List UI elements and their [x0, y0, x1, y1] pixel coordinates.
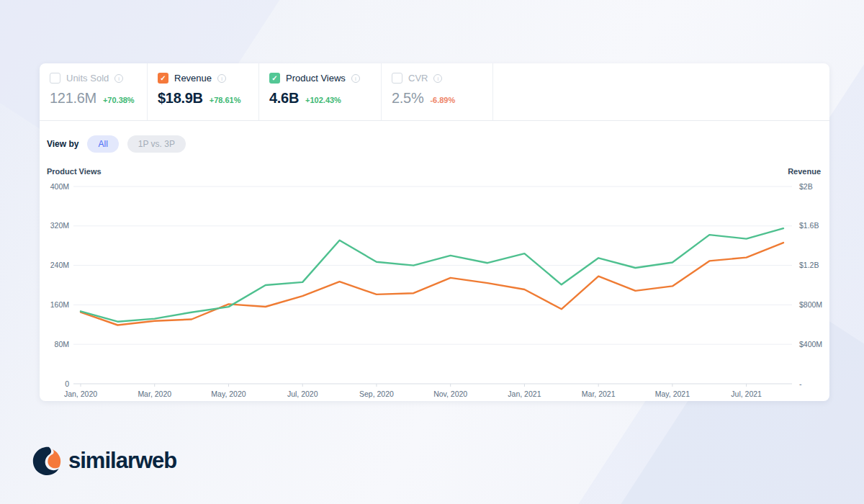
- view-by-control: View by All 1P vs. 3P: [47, 135, 186, 153]
- metric-label: Product Views: [286, 73, 346, 84]
- product-views-checkbox[interactable]: [269, 73, 280, 84]
- x-axis-tick: Sep, 2020: [359, 390, 394, 398]
- x-axis-tick: Mar, 2021: [582, 390, 616, 398]
- left-axis-tick: 160M: [50, 300, 69, 309]
- info-icon[interactable]: i: [217, 74, 226, 83]
- page-background: Units Sold i 121.6M +70.38% Revenue i $1…: [0, 0, 864, 504]
- left-axis-tick: 320M: [50, 221, 69, 230]
- metric-value: 2.5%: [392, 90, 423, 107]
- view-by-label: View by: [47, 139, 78, 149]
- left-axis-tick: 0: [65, 379, 69, 388]
- right-axis-tick: $1.2B: [799, 261, 819, 269]
- metric-cards-row: Units Sold i 121.6M +70.38% Revenue i $1…: [40, 63, 829, 121]
- similarweb-logo-icon: [32, 446, 61, 475]
- x-axis-tick: Jul, 2020: [287, 390, 318, 398]
- metric-card-product-views[interactable]: Product Views i 4.6B +102.43%: [259, 63, 382, 120]
- dashboard-card: Units Sold i 121.6M +70.38% Revenue i $1…: [40, 63, 829, 401]
- x-axis-tick: May, 2020: [211, 390, 246, 398]
- right-axis-tick: $2B: [799, 182, 813, 191]
- info-icon[interactable]: i: [433, 74, 442, 83]
- x-axis-tick: Nov, 2020: [433, 390, 467, 398]
- right-axis-tick: $1.6B: [799, 221, 819, 230]
- left-axis-tick: 400M: [50, 182, 69, 191]
- right-axis-tick: $400M: [799, 340, 822, 348]
- left-axis-tick: 80M: [55, 340, 69, 348]
- left-axis-title: Product Views: [47, 167, 102, 176]
- metric-change: +102.43%: [305, 96, 341, 104]
- right-axis-tick: -: [799, 379, 802, 388]
- metric-value: $18.9B: [158, 90, 203, 107]
- metric-label: Revenue: [174, 73, 212, 84]
- cvr-checkbox[interactable]: [392, 73, 402, 84]
- x-axis-tick: Jan, 2020: [64, 390, 97, 398]
- similarweb-logo: similarweb: [32, 446, 176, 475]
- x-axis-tick: Jul, 2021: [731, 390, 762, 398]
- metric-change: +78.61%: [210, 96, 241, 104]
- metric-card-cvr[interactable]: CVR i 2.5% -6.89%: [382, 63, 493, 120]
- x-axis-tick: Jan, 2021: [508, 390, 541, 398]
- metric-value: 4.6B: [269, 90, 299, 107]
- info-icon[interactable]: i: [351, 74, 360, 83]
- metric-change: -6.89%: [430, 96, 455, 104]
- revenue-checkbox[interactable]: [158, 73, 168, 84]
- metric-value: 121.6M: [50, 90, 96, 107]
- left-axis-tick: 240M: [50, 261, 69, 269]
- similarweb-logo-text: similarweb: [68, 448, 176, 474]
- info-icon[interactable]: i: [114, 74, 123, 83]
- metric-label: Units Sold: [66, 73, 109, 84]
- view-by-option-1p-vs-3p[interactable]: 1P vs. 3P: [127, 135, 186, 153]
- x-axis-tick: Mar, 2020: [138, 390, 171, 398]
- product-views-line: [81, 228, 783, 322]
- line-chart: 400M$2B320M$1.6B240M$1.2B160M$800M80M$40…: [40, 179, 829, 401]
- right-axis-title: Revenue: [788, 167, 821, 176]
- metric-card-units-sold[interactable]: Units Sold i 121.6M +70.38%: [40, 63, 148, 120]
- metric-label: CVR: [408, 73, 428, 84]
- units-sold-checkbox[interactable]: [50, 73, 60, 84]
- metric-card-revenue[interactable]: Revenue i $18.9B +78.61%: [148, 63, 259, 120]
- x-axis-tick: May, 2021: [655, 390, 690, 398]
- right-axis-tick: $800M: [799, 300, 822, 309]
- view-by-option-all[interactable]: All: [87, 135, 118, 153]
- metric-change: +70.38%: [103, 96, 135, 104]
